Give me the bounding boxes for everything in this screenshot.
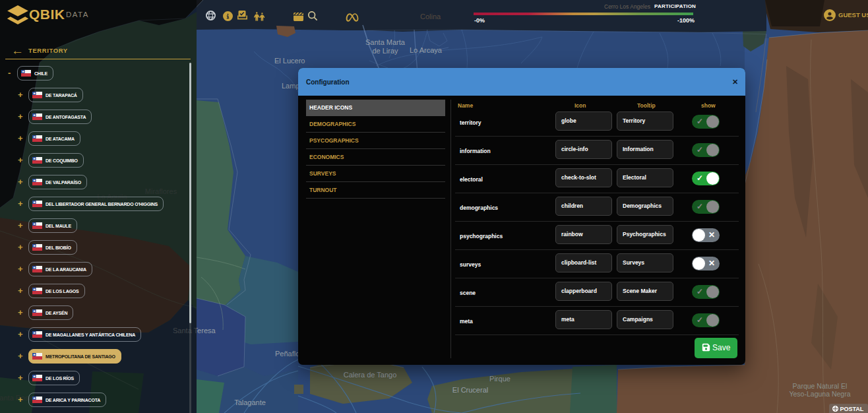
svg-text:de Liray: de Liray xyxy=(372,47,398,55)
svg-text:Calera de Tango: Calera de Tango xyxy=(344,371,397,379)
svg-text:Parque Natural El: Parque Natural El xyxy=(793,382,848,390)
svg-text:Santa Marta: Santa Marta xyxy=(365,38,406,46)
svg-text:Lo Arcaya: Lo Arcaya xyxy=(410,46,443,54)
svg-text:El Cruceral: El Cruceral xyxy=(452,386,488,394)
svg-text:Peñaflo: Peñaflo xyxy=(275,350,299,358)
svg-text:Lamp: Lamp xyxy=(282,82,300,90)
svg-text:Talagante: Talagante xyxy=(234,398,266,406)
svg-text:Pirque: Pirque xyxy=(489,375,511,383)
svg-text:Yeso-Laguna Negra: Yeso-Laguna Negra xyxy=(789,390,850,398)
svg-text:El Lucero: El Lucero xyxy=(274,57,305,65)
